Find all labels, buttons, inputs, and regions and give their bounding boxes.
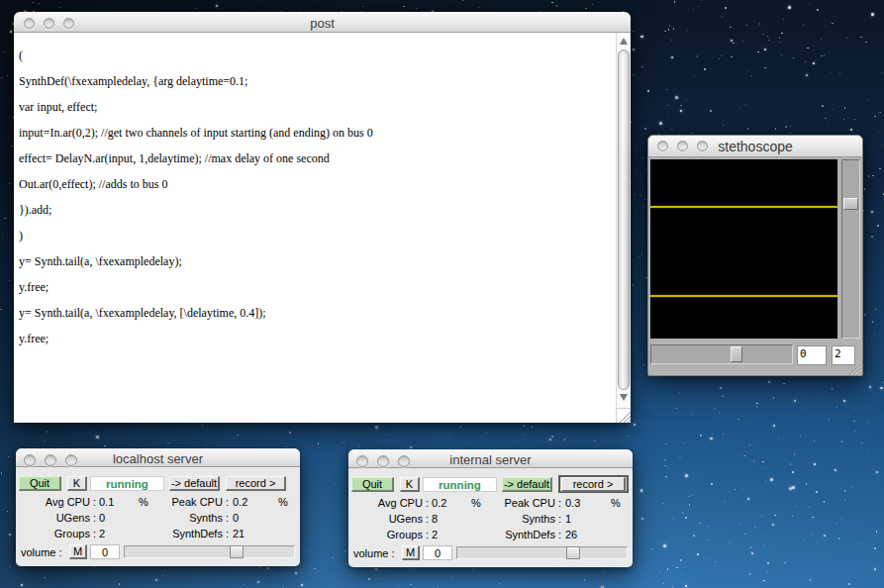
synthdefs-value: 26 bbox=[565, 529, 577, 540]
kill-button[interactable]: K bbox=[67, 476, 87, 491]
stat-row-ugens: UGens : 0 Synths : 0 bbox=[16, 512, 300, 525]
synthdefs-label: SynthDefs : bbox=[505, 529, 561, 540]
stat-row-groups: Groups : 2 SynthDefs : 26 bbox=[348, 529, 633, 541]
internal-titlebar[interactable]: internal server bbox=[348, 449, 633, 468]
volume-slider[interactable] bbox=[124, 545, 295, 558]
ugens-value: 0 bbox=[99, 512, 105, 524]
synths-label: Synths : bbox=[189, 512, 229, 524]
localhost-titlebar[interactable]: localhost server bbox=[16, 448, 300, 467]
scope-vertical-scrollbar[interactable] bbox=[841, 159, 860, 339]
volume-label: volume : bbox=[21, 546, 62, 558]
avg-cpu-label: Avg CPU : bbox=[378, 497, 429, 509]
volume-numberbox[interactable]: 0 bbox=[423, 545, 452, 560]
peak-cpu-percent: % bbox=[278, 496, 288, 508]
synthdefs-value: 21 bbox=[233, 528, 245, 539]
stat-row-groups: Groups : 2 SynthDefs : 21 bbox=[16, 528, 300, 540]
peak-cpu-percent: % bbox=[611, 497, 621, 509]
server-status: running bbox=[423, 477, 497, 492]
ugens-label: UGens : bbox=[389, 513, 429, 525]
scope-trace-channel1 bbox=[650, 206, 837, 208]
make-default-button[interactable]: -> default bbox=[169, 476, 220, 491]
internal-window-title: internal server bbox=[348, 452, 633, 467]
mute-button[interactable]: M bbox=[402, 545, 420, 560]
record-button[interactable]: record > bbox=[226, 476, 286, 491]
avg-cpu-percent: % bbox=[139, 496, 148, 508]
ugens-label: UGens : bbox=[56, 512, 96, 524]
post-scrollbar-thumb[interactable] bbox=[618, 49, 630, 390]
peak-cpu-label: Peak CPU : bbox=[172, 496, 229, 508]
volume-slider-thumb[interactable] bbox=[566, 546, 580, 559]
scope-trace-channel2 bbox=[650, 295, 837, 297]
scope-horizontal-slider[interactable] bbox=[650, 344, 793, 364]
volume-slider-thumb[interactable] bbox=[230, 545, 244, 558]
quit-button[interactable]: Quit bbox=[351, 477, 394, 492]
peak-cpu-label: Peak CPU : bbox=[505, 497, 561, 509]
localhost-window-title: localhost server bbox=[16, 451, 300, 466]
synths-label: Synths : bbox=[522, 513, 561, 525]
peak-cpu-value: 0.2 bbox=[233, 496, 247, 508]
make-default-button[interactable]: -> default bbox=[502, 477, 552, 492]
post-code-text: ( SynthDef(\fxexampledelay, {arg delayti… bbox=[19, 43, 373, 351]
synths-value: 1 bbox=[565, 513, 571, 525]
avg-cpu-value: 0.1 bbox=[99, 496, 114, 508]
peak-cpu-value: 0.3 bbox=[565, 497, 580, 509]
stat-row-cpu: Avg CPU : 0.2 % Peak CPU : 0.3 % bbox=[348, 497, 633, 510]
groups-label: Groups : bbox=[387, 529, 429, 540]
stethoscope-titlebar[interactable]: stethoscope bbox=[648, 136, 862, 157]
server-status: running bbox=[90, 476, 164, 491]
scope-resize-grip-icon[interactable] bbox=[848, 362, 861, 373]
synthdefs-label: SynthDefs : bbox=[172, 528, 229, 539]
internal-server-window: internal server Quit K running -> defaul… bbox=[348, 449, 633, 567]
desktop: post ( SynthDef(\fxexampledelay, {arg de… bbox=[0, 0, 884, 588]
post-scrollbar[interactable] bbox=[616, 33, 631, 423]
groups-value: 2 bbox=[432, 529, 438, 540]
stat-row-ugens: UGens : 8 Synths : 1 bbox=[348, 513, 633, 526]
quit-button[interactable]: Quit bbox=[19, 476, 61, 491]
volume-label: volume : bbox=[353, 547, 395, 559]
mute-button[interactable]: M bbox=[69, 544, 87, 559]
volume-slider[interactable] bbox=[456, 546, 628, 559]
record-button[interactable]: record > bbox=[561, 477, 626, 492]
scope-display[interactable] bbox=[650, 159, 837, 339]
ugens-value: 8 bbox=[432, 513, 438, 525]
avg-cpu-percent: % bbox=[471, 497, 481, 509]
post-titlebar[interactable]: post bbox=[14, 12, 631, 33]
stethoscope-window-title: stethoscope bbox=[648, 139, 862, 154]
groups-label: Groups : bbox=[54, 528, 96, 539]
stat-row-cpu: Avg CPU : 0.1 % Peak CPU : 0.2 % bbox=[16, 496, 300, 509]
groups-value: 2 bbox=[99, 528, 105, 539]
scope-vertical-scrollbar-thumb[interactable] bbox=[843, 198, 858, 210]
scope-horizontal-slider-thumb[interactable] bbox=[731, 346, 742, 362]
stethoscope-window: stethoscope 0 2 bbox=[647, 135, 863, 376]
volume-numberbox[interactable]: 0 bbox=[90, 544, 120, 559]
scope-index-numberbox[interactable]: 0 bbox=[797, 345, 827, 365]
avg-cpu-value: 0.2 bbox=[432, 497, 446, 509]
post-window: post ( SynthDef(\fxexampledelay, {arg de… bbox=[14, 12, 631, 423]
kill-button[interactable]: K bbox=[400, 477, 420, 492]
scroll-down-arrow-icon[interactable] bbox=[617, 392, 631, 404]
post-window-title: post bbox=[14, 16, 631, 31]
scroll-up-arrow-icon[interactable] bbox=[617, 36, 631, 48]
localhost-server-window: localhost server Quit K running -> defau… bbox=[16, 448, 300, 566]
avg-cpu-label: Avg CPU : bbox=[46, 496, 96, 508]
synths-value: 0 bbox=[233, 512, 239, 524]
post-text-area[interactable]: ( SynthDef(\fxexampledelay, {arg delayti… bbox=[14, 33, 631, 423]
post-resize-grip-icon[interactable] bbox=[616, 408, 631, 423]
